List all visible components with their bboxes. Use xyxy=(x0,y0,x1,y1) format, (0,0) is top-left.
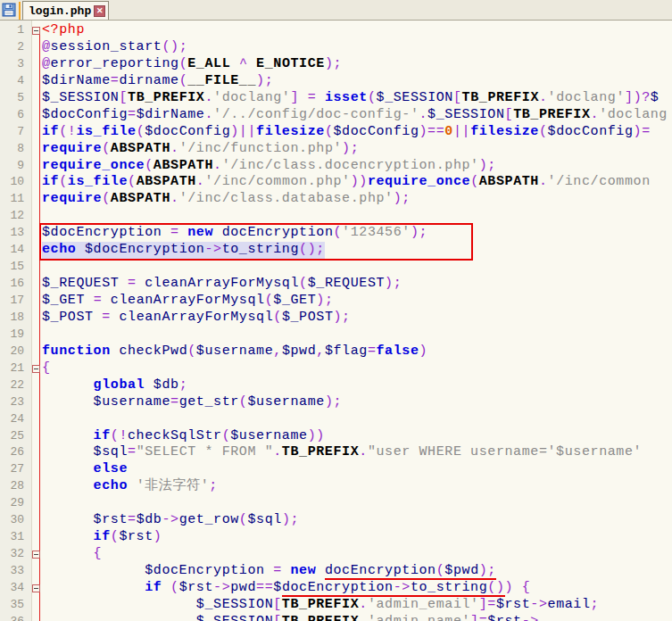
code-text: $_POST = cleanArrayForMysql($_POST); xyxy=(42,310,351,327)
fold-margin xyxy=(29,276,42,293)
fold-margin xyxy=(29,495,42,512)
code-editor[interactable]: 1<?php2@session_start();3@error_reportin… xyxy=(0,21,672,621)
code-text: $_REQUEST = cleanArrayForMysql($_REQUEST… xyxy=(42,276,402,293)
code-text: if(is_file(ABSPATH.'/inc/common.php'))re… xyxy=(42,174,651,191)
code-line: 14echo $docEncryption->to_string(); xyxy=(0,242,672,259)
fold-margin xyxy=(29,444,42,461)
line-number: 32 xyxy=(0,546,29,563)
code-line: 10if(is_file(ABSPATH.'/inc/common.php'))… xyxy=(0,174,672,191)
line-number: 30 xyxy=(0,512,29,529)
fold-margin xyxy=(29,428,42,445)
fold-margin xyxy=(29,208,42,225)
code-line: 35 $_SESSION[TB_PREFIX.'admin_email']=$r… xyxy=(0,597,672,614)
code-text: @session_start(); xyxy=(42,39,187,56)
code-text: $username=get_str($username); xyxy=(42,394,342,411)
line-number: 13 xyxy=(0,225,29,242)
line-number: 14 xyxy=(0,242,29,259)
line-number: 18 xyxy=(0,310,29,327)
code-text: global $db; xyxy=(42,377,187,394)
code-text: $docEncryption = new docEncryption('1234… xyxy=(42,225,427,242)
tab-close-icon[interactable]: ✕ xyxy=(94,5,105,17)
fold-collapse-icon[interactable] xyxy=(32,365,40,373)
code-line: 11require(ABSPATH.'/inc/class.database.p… xyxy=(0,191,672,208)
code-line: 15 xyxy=(0,259,672,276)
fold-margin xyxy=(29,225,42,242)
line-number: 31 xyxy=(0,529,29,546)
code-text: { xyxy=(42,546,102,563)
code-line: 5$_SESSION[TB_PREFIX.'doclang'] = isset(… xyxy=(0,90,672,107)
code-line: 2@session_start(); xyxy=(0,39,672,56)
line-number: 8 xyxy=(0,141,29,158)
code-line: 34 if ($rst->pwd==$docEncryption->to_str… xyxy=(0,580,672,597)
fold-margin xyxy=(29,327,42,344)
code-line: 20function checkPwd($username,$pwd,$flag… xyxy=(0,344,672,360)
code-text: $_GET = cleanArrayForMysql($_GET); xyxy=(42,293,334,310)
line-number: 36 xyxy=(0,614,29,621)
line-number: 34 xyxy=(0,580,29,597)
line-number: 1 xyxy=(0,22,29,39)
line-number: 35 xyxy=(0,597,29,614)
code-line: 22 global $db; xyxy=(0,377,672,394)
code-line: 31 if($rst) xyxy=(0,529,672,546)
fold-margin xyxy=(29,529,42,546)
fold-margin xyxy=(29,191,42,208)
save-icon xyxy=(2,3,16,17)
code-line: 36 $_SESSION[TB_PREFIX.'admin_name']=$rs… xyxy=(0,614,672,621)
line-number: 33 xyxy=(0,563,29,580)
fold-margin xyxy=(29,56,42,73)
code-text: $_SESSION[TB_PREFIX.'doclang'] = isset($… xyxy=(42,90,659,107)
fold-margin xyxy=(29,546,42,563)
fold-margin xyxy=(29,512,42,529)
code-line: 19 xyxy=(0,327,672,344)
code-text: else xyxy=(42,461,128,478)
fold-collapse-icon[interactable] xyxy=(32,27,40,35)
fold-margin xyxy=(29,614,42,621)
code-text: $docConfig=$dirName.'/../config/doc-conf… xyxy=(42,107,668,124)
code-text: $docEncryption = new docEncryption($pwd)… xyxy=(42,563,496,580)
fold-margin xyxy=(29,90,42,107)
code-line: 29 xyxy=(0,495,672,512)
fold-margin xyxy=(29,563,42,580)
fold-margin xyxy=(29,293,42,310)
code-line: 9require_once(ABSPATH.'/inc/class.docenc… xyxy=(0,158,672,175)
tab-accent-divider xyxy=(19,2,21,20)
line-number: 5 xyxy=(0,90,29,107)
line-number: 11 xyxy=(0,191,29,208)
code-line: 3@error_reporting(E_ALL ^ E_NOTICE); xyxy=(0,56,672,73)
code-line: 18$_POST = cleanArrayForMysql($_POST); xyxy=(0,310,672,327)
fold-margin xyxy=(29,259,42,276)
code-line: 16$_REQUEST = cleanArrayForMysql($_REQUE… xyxy=(0,276,672,293)
fold-margin xyxy=(29,344,42,360)
code-text: $dirName=dirname(__FILE__); xyxy=(42,73,273,90)
code-line: 13$docEncryption = new docEncryption('12… xyxy=(0,225,672,242)
code-line: 1<?php xyxy=(0,22,672,39)
tab-label: login.php xyxy=(29,4,91,18)
fold-collapse-icon[interactable] xyxy=(32,551,40,559)
line-number: 15 xyxy=(0,259,29,276)
code-line: 24 xyxy=(0,411,672,428)
fold-margin xyxy=(29,478,42,495)
fold-margin xyxy=(29,377,42,394)
line-number: 4 xyxy=(0,73,29,90)
line-number: 29 xyxy=(0,495,29,512)
code-text: if($rst) xyxy=(42,529,162,546)
tab-login-php[interactable]: login.php ✕ xyxy=(22,1,109,20)
line-number: 28 xyxy=(0,478,29,495)
fold-margin xyxy=(29,580,42,597)
code-line: 23 $username=get_str($username); xyxy=(0,394,672,411)
line-number: 19 xyxy=(0,327,29,344)
code-line: 33 $docEncryption = new docEncryption($p… xyxy=(0,563,672,580)
fold-margin xyxy=(29,411,42,428)
code-text: require_once(ABSPATH.'/inc/class.docencr… xyxy=(42,158,496,175)
fold-collapse-icon[interactable] xyxy=(32,584,40,592)
line-number: 2 xyxy=(0,39,29,56)
line-number: 25 xyxy=(0,428,29,445)
code-text: echo '非法字符'; xyxy=(42,478,218,495)
fold-margin xyxy=(29,394,42,411)
code-line: 27 else xyxy=(0,461,672,478)
fold-margin xyxy=(29,141,42,158)
code-line: 21{ xyxy=(0,360,672,377)
tab-bar: login.php ✕ xyxy=(0,0,672,21)
code-line: 12 xyxy=(0,208,672,225)
line-number: 7 xyxy=(0,124,29,141)
